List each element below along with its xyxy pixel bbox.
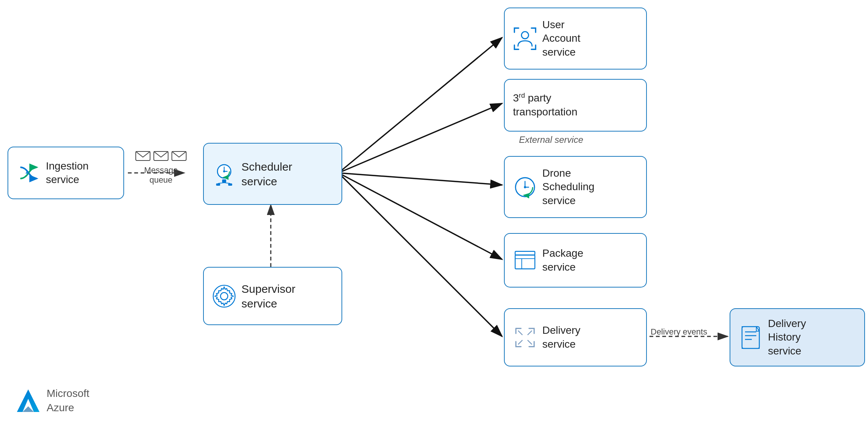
envelope-icon-2 <box>153 150 168 162</box>
package-icon <box>513 248 537 273</box>
svg-line-43 <box>528 340 532 344</box>
svg-rect-36 <box>515 251 535 255</box>
queue-icons-row <box>135 150 187 162</box>
supervisor-service-box: Supervisor service <box>203 267 342 325</box>
delivery-icon <box>513 326 537 350</box>
delivery-service-box: Delivery service <box>504 308 647 366</box>
delivery-history-service-box: Delivery History service <box>730 308 865 366</box>
drone-scheduling-service-box: Drone Scheduling service <box>504 156 647 218</box>
drone-scheduling-service-label: Drone Scheduling service <box>542 167 595 207</box>
svg-rect-23 <box>216 183 220 185</box>
svg-rect-44 <box>742 327 759 348</box>
svg-rect-22 <box>222 179 226 183</box>
message-queue-label: Message queue <box>144 165 178 185</box>
supervisor-icon <box>212 284 236 308</box>
azure-logo-icon <box>15 388 41 414</box>
message-queue: Message queue <box>135 150 187 185</box>
third-party-label: 3rd party transportation <box>513 91 638 119</box>
user-account-icon <box>513 27 537 51</box>
svg-line-3 <box>338 38 502 173</box>
delivery-events-label: Delivery events <box>651 327 707 337</box>
svg-line-5 <box>338 173 502 185</box>
azure-logo-text: MicrosoftAzure <box>47 386 90 415</box>
svg-line-40 <box>518 330 523 335</box>
user-account-service-box: User Account service <box>504 8 647 70</box>
supervisor-service-label: Supervisor service <box>241 282 295 311</box>
ingestion-service-box: Ingestion service <box>8 147 124 199</box>
azure-logo: MicrosoftAzure <box>15 386 90 415</box>
scheduler-service-label: Scheduler service <box>241 159 292 189</box>
external-service-label: External service <box>519 135 583 145</box>
package-service-label: Package service <box>542 247 583 274</box>
svg-line-7 <box>338 173 502 336</box>
envelope-icon-3 <box>171 150 187 162</box>
svg-line-25 <box>218 183 224 183</box>
ingestion-service-label: Ingestion service <box>46 159 89 187</box>
package-service-box: Package service <box>504 233 647 288</box>
svg-line-6 <box>338 173 502 259</box>
drone-scheduling-icon <box>513 175 537 199</box>
delivery-service-label: Delivery service <box>542 324 580 351</box>
third-party-box: 3rd party transportation <box>504 79 647 132</box>
svg-line-4 <box>338 103 502 173</box>
svg-line-41 <box>528 330 532 335</box>
delivery-history-service-label: Delivery History service <box>768 317 806 358</box>
scheduler-service-box: Scheduler service <box>203 143 342 205</box>
svg-point-29 <box>220 292 228 300</box>
diagram-container: Ingestion service Message queue <box>0 0 868 430</box>
svg-line-26 <box>224 183 230 183</box>
svg-point-30 <box>522 32 529 39</box>
svg-rect-24 <box>228 183 232 185</box>
svg-line-42 <box>518 340 523 344</box>
svg-rect-37 <box>515 255 535 269</box>
ingestion-icon <box>17 161 41 185</box>
envelope-icon-1 <box>135 150 150 162</box>
user-account-service-label: User Account service <box>542 18 580 59</box>
svg-point-28 <box>213 285 235 307</box>
delivery-history-icon <box>739 326 763 350</box>
scheduler-icon <box>212 162 236 186</box>
